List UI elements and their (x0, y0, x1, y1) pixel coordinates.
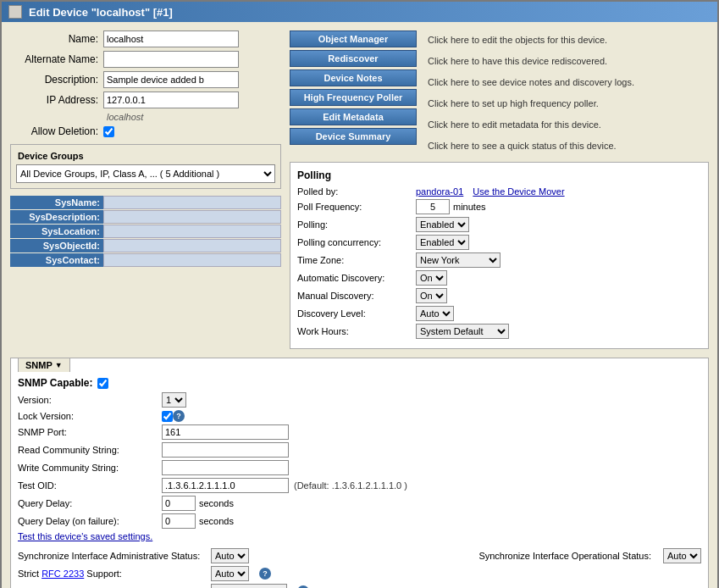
polling-label: Polling: (297, 219, 416, 230)
allow-deletion-label: Allow Deletion: (10, 125, 103, 137)
sync-admin-select[interactable]: Auto (211, 548, 249, 563)
device-notes-button[interactable]: Device Notes (290, 69, 417, 86)
write-community-label: Write Community String: (18, 463, 162, 473)
polling-select[interactable]: Enabled (416, 217, 469, 232)
poll-freq-unit: minutes (453, 202, 486, 212)
allow-deletion-checkbox[interactable] (103, 126, 114, 137)
high-freq-desc: Click here to set up high frequency poll… (428, 94, 709, 113)
polling-section: Polling Polled by: pandora-01 Use the De… (290, 162, 709, 349)
syscontact-label: SysContact: (10, 253, 103, 267)
auto-discovery-label: Automatic Discovery: (297, 273, 416, 283)
device-summary-button[interactable]: Device Summary (290, 128, 417, 145)
snmp-info-table: SysName: SysDescription: SysLocation: Sy… (10, 196, 281, 267)
sysobjectid-label: SysObjectId: (10, 239, 103, 252)
prefer-64-select[interactable]: Prefer 64-bit (211, 584, 287, 588)
test-oid-label: Test OID: (18, 480, 162, 491)
test-oid-default: (Default: .1.3.6.1.2.1.1.1.0 ) (294, 480, 407, 491)
timezone-select[interactable]: New York (416, 252, 501, 268)
device-groups-select[interactable]: All Device Groups, IP, Class A, ... ( 5 … (16, 164, 275, 183)
query-delay-fail-label: Query Delay (on failure): (18, 516, 162, 526)
description-label: Description: (10, 74, 103, 86)
sysobjectid-value (103, 239, 281, 252)
device-groups-title: Device Groups (16, 151, 86, 161)
alt-name-input[interactable] (103, 51, 239, 68)
snmp-tab-label: SNMP (25, 360, 53, 370)
polling-title: Polling (297, 169, 701, 181)
polled-by-label: Polled by: (297, 186, 416, 197)
query-delay-unit: seconds (199, 498, 234, 508)
ip-input[interactable] (103, 92, 239, 108)
high-freq-poller-button[interactable]: High Frequency Poller (290, 89, 417, 106)
work-hours-select[interactable]: System Default (416, 324, 509, 339)
manual-discovery-label: Manual Discovery: (297, 291, 416, 301)
rediscover-button[interactable]: Rediscover (290, 50, 417, 67)
ip-italic: localhost (107, 112, 143, 122)
read-community-label: Read Community String: (18, 445, 162, 455)
discovery-level-label: Discovery Level: (297, 308, 416, 319)
snmp-port-input[interactable] (162, 424, 289, 440)
work-hours-label: Work Hours: (297, 326, 416, 336)
discovery-level-select[interactable]: Auto (416, 306, 454, 321)
sync-oper-select[interactable]: Auto (663, 548, 701, 563)
sysdesc-value (103, 210, 281, 224)
object-manager-desc: Click here to edit the objects for this … (428, 31, 709, 49)
name-input[interactable] (103, 31, 239, 47)
query-delay-fail-input[interactable] (162, 513, 196, 529)
snmp-tab[interactable]: SNMP ▼ (18, 358, 70, 372)
device-notes-desc: Click here to see device notes and disco… (428, 73, 709, 92)
polling-concurrency-select[interactable]: Enabled (416, 235, 469, 250)
lock-version-label: Lock Version: (18, 411, 162, 421)
poll-freq-label: Poll Frequency: (297, 202, 416, 212)
test-oid-input[interactable] (162, 478, 289, 493)
sysname-value (103, 196, 281, 209)
polled-by-link[interactable]: pandora-01 (416, 186, 463, 197)
alt-name-label: Alternate Name: (10, 53, 103, 65)
strict-rfc-select[interactable]: Auto (211, 566, 249, 581)
object-manager-button[interactable]: Object Manager (290, 31, 417, 47)
lock-version-checkbox[interactable] (162, 411, 173, 422)
manual-discovery-select[interactable]: On (416, 288, 447, 303)
polling-concurrency-label: Polling concurrency: (297, 237, 416, 247)
snmp-capable-label: SNMP Capable: (18, 377, 92, 389)
snmp-tab-arrow: ▼ (55, 361, 63, 369)
auto-discovery-select[interactable]: On (416, 270, 447, 286)
sync-oper-label: Synchronize Interface Operational Status… (478, 551, 651, 561)
window-title: Edit Device "localhost" [#1] (29, 6, 173, 19)
version-label: Version: (18, 395, 162, 405)
window-icon (8, 5, 22, 19)
write-community-input[interactable] (162, 460, 289, 475)
query-delay-fail-unit: seconds (199, 516, 234, 526)
edit-metadata-button[interactable]: Edit Metadata (290, 108, 417, 125)
name-label: Name: (10, 33, 103, 45)
description-input[interactable] (103, 71, 239, 88)
strict-rfc-link[interactable]: RFC 2233 (41, 569, 84, 579)
ip-label: IP Address: (10, 94, 103, 106)
sync-admin-label: Synchronize Interface Administrative Sta… (18, 551, 204, 561)
syscontact-value (103, 253, 281, 267)
snmp-port-label: SNMP Port: (18, 427, 162, 437)
syslocation-label: SysLocation: (10, 225, 103, 238)
timezone-label: Time Zone: (297, 255, 416, 265)
rediscover-desc: Click here to have this device rediscove… (428, 52, 709, 70)
test-settings-link[interactable]: Test this device's saved settings. (18, 531, 701, 541)
snmp-capable-checkbox[interactable] (97, 378, 108, 389)
poll-freq-input[interactable] (416, 199, 450, 214)
read-community-input[interactable] (162, 442, 289, 458)
syslocation-value (103, 225, 281, 238)
sysname-label: SysName: (10, 196, 103, 209)
version-select[interactable]: 123 (162, 392, 186, 408)
edit-metadata-desc: Click here to edit metadata for this dev… (428, 115, 709, 134)
device-summary-desc: Click here to see a quick status of this… (428, 136, 709, 155)
use-device-mover-link[interactable]: Use the Device Mover (473, 186, 564, 197)
query-delay-input[interactable] (162, 496, 196, 511)
strict-rfc-help[interactable]: ? (259, 568, 271, 580)
sysdesc-label: SysDescription: (10, 210, 103, 224)
query-delay-label: Query Delay: (18, 498, 162, 508)
lock-version-help[interactable]: ? (173, 410, 185, 422)
strict-rfc-label: Strict RFC 2233 Support: (18, 569, 204, 579)
